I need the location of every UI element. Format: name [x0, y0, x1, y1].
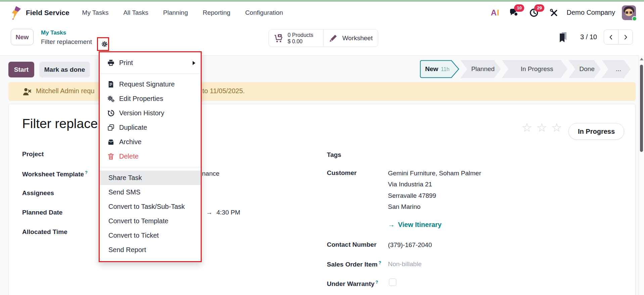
trash-icon — [107, 153, 115, 160]
star-icon[interactable]: ☆ — [551, 122, 562, 134]
gears-icon — [107, 95, 115, 103]
field-service-logo-icon[interactable] — [9, 6, 21, 20]
nav-item-configuration[interactable]: Configuration — [245, 9, 283, 16]
user-x-icon — [22, 87, 32, 96]
company-switcher[interactable]: Demo Company — [566, 9, 615, 16]
messages-icon[interactable]: 10 — [508, 7, 519, 18]
new-button[interactable]: New — [11, 29, 34, 45]
stat-button-group: 0 Products $ 0.00 Worksheet — [268, 29, 378, 47]
cart-plus-icon — [274, 33, 284, 43]
sales-order-item-label: Sales Order Item? — [327, 260, 381, 268]
allocated-time-label: Allocated Time — [22, 228, 67, 236]
app-window: Field Service My Tasks All Tasks Plannin… — [0, 0, 644, 295]
menu-item-convert-to-template[interactable]: Convert to Template — [100, 214, 201, 228]
start-button[interactable]: Start — [8, 62, 34, 77]
stage-statusbar: New11h Planned In Progress Done ... — [420, 60, 631, 78]
avatar-glasses — [626, 11, 632, 14]
rating-stars: ☆ ☆ ☆ — [522, 122, 566, 134]
breadcrumb-current-record: Filter replacement — [41, 38, 92, 46]
menu-item-convert-to-ticket[interactable]: Convert to Ticket — [100, 228, 201, 243]
vertical-scrollbar[interactable] — [639, 55, 644, 295]
pager-next-button[interactable] — [618, 30, 633, 45]
menu-item-convert-to-task[interactable]: Convert to Task/Sub-Task — [100, 199, 201, 214]
products-stat-button[interactable]: 0 Products $ 0.00 — [269, 30, 323, 47]
submenu-caret-icon — [193, 61, 195, 65]
printer-icon — [107, 59, 115, 67]
planned-date-label: Planned Date — [22, 209, 62, 216]
menu-item-share-task[interactable]: Share Task — [100, 171, 201, 185]
activities-icon[interactable]: 29 — [528, 7, 540, 18]
history-icon — [107, 109, 115, 117]
date-range-arrow-icon: → — [206, 209, 212, 216]
menu-item-duplicate[interactable]: Duplicate — [100, 120, 201, 135]
star-icon[interactable]: ☆ — [536, 122, 547, 134]
nav-item-reporting[interactable]: Reporting — [203, 9, 230, 16]
menu-item-send-report[interactable]: Send Report — [100, 243, 201, 257]
menu-item-edit-properties[interactable]: Edit Properties — [100, 92, 201, 106]
stage-planned[interactable]: Planned — [460, 60, 501, 78]
pager-counter: 3 / 10 — [580, 33, 597, 41]
worksheet-template-label: Worksheet Template? — [22, 170, 88, 178]
help-icon[interactable]: ? — [85, 170, 88, 175]
kanban-state-button[interactable]: In Progress — [568, 123, 624, 140]
tags-label: Tags — [327, 151, 341, 159]
view-itinerary-link[interactable]: →View Itinerary — [388, 221, 442, 229]
bookmark-icon[interactable] — [558, 32, 568, 43]
worksheet-stat-button[interactable]: Worksheet — [323, 30, 378, 47]
scrollbar-up-arrow-icon[interactable] — [640, 58, 643, 60]
sales-order-item-value[interactable]: Non-billable — [388, 260, 422, 268]
debug-tools-icon[interactable] — [548, 7, 560, 18]
gear-dropdown-menu: Print Request Signature Edit Properties — [99, 51, 202, 262]
nav-item-planning[interactable]: Planning — [163, 9, 188, 16]
stage-new[interactable]: New11h — [420, 60, 459, 78]
customer-street[interactable]: Via Industria 21 — [388, 181, 432, 188]
banner-text-right: to 11/05/2025. — [202, 87, 245, 95]
project-label: Project — [22, 151, 44, 158]
breadcrumb: New My Tasks Filter replacement — [11, 29, 92, 46]
app-name[interactable]: Field Service — [26, 9, 69, 17]
topnav-right-group: AI 10 29 — [487, 5, 636, 20]
banner-text-left: Mitchell Admin requ — [36, 87, 95, 95]
products-amount: $ 0.00 — [288, 38, 313, 45]
under-warranty-checkbox[interactable] — [389, 279, 396, 286]
breadcrumb-parent-link[interactable]: My Tasks — [41, 29, 92, 37]
pager-previous-button[interactable] — [604, 30, 618, 45]
mark-as-done-button[interactable]: Mark as done — [39, 62, 90, 77]
user-avatar[interactable] — [622, 5, 636, 20]
activities-badge: 29 — [534, 4, 544, 12]
annotation-gear-highlight — [97, 37, 109, 51]
status-action-bar: Start Mark as done New11h Planned In Pro… — [0, 55, 644, 82]
settings-gear-button[interactable] — [101, 40, 108, 49]
pencil-icon — [328, 33, 338, 43]
copy-icon — [107, 124, 115, 131]
nav-item-my-tasks[interactable]: My Tasks — [82, 9, 109, 16]
menu-item-archive[interactable]: Archive — [100, 135, 201, 149]
menu-item-request-signature[interactable]: Request Signature — [100, 77, 201, 92]
menu-item-send-sms[interactable]: Send SMS — [100, 185, 201, 199]
ai-icon[interactable]: AI — [491, 8, 499, 17]
stage-in-progress[interactable]: In Progress — [502, 60, 567, 78]
worksheet-template-value[interactable]: nance — [202, 170, 219, 177]
help-icon[interactable]: ? — [376, 280, 378, 285]
customer-name[interactable]: Gemini Furniture, Soham Palmer — [388, 170, 481, 177]
menu-item-delete[interactable]: Delete — [100, 149, 201, 164]
messages-badge: 10 — [514, 4, 524, 12]
planned-date-value[interactable]: →4:30 PM — [206, 209, 240, 216]
menu-item-print[interactable]: Print — [100, 56, 201, 70]
stage-done[interactable]: Done — [568, 60, 601, 78]
stage-new-duration: 11h — [441, 66, 450, 72]
contact-number-value[interactable]: (379)-167-2040 — [388, 241, 432, 249]
arrow-right-icon: → — [388, 221, 395, 228]
customer-country[interactable]: San Marino — [388, 203, 420, 211]
star-icon[interactable]: ☆ — [522, 122, 532, 134]
stage-more[interactable]: ... — [602, 60, 631, 78]
nav-item-all-tasks[interactable]: All Tasks — [123, 9, 148, 16]
worksheet-label: Worksheet — [342, 35, 373, 42]
menu-item-version-history[interactable]: Version History — [100, 106, 201, 120]
assignees-label: Assignees — [22, 189, 54, 197]
control-panel: New My Tasks Filter replacement 0 Produc — [0, 23, 644, 55]
customer-city[interactable]: Serravalle 47899 — [388, 192, 436, 199]
scrollbar-thumb[interactable] — [640, 65, 643, 152]
under-warranty-label: Under Warranty? — [327, 280, 378, 288]
help-icon[interactable]: ? — [379, 260, 381, 265]
